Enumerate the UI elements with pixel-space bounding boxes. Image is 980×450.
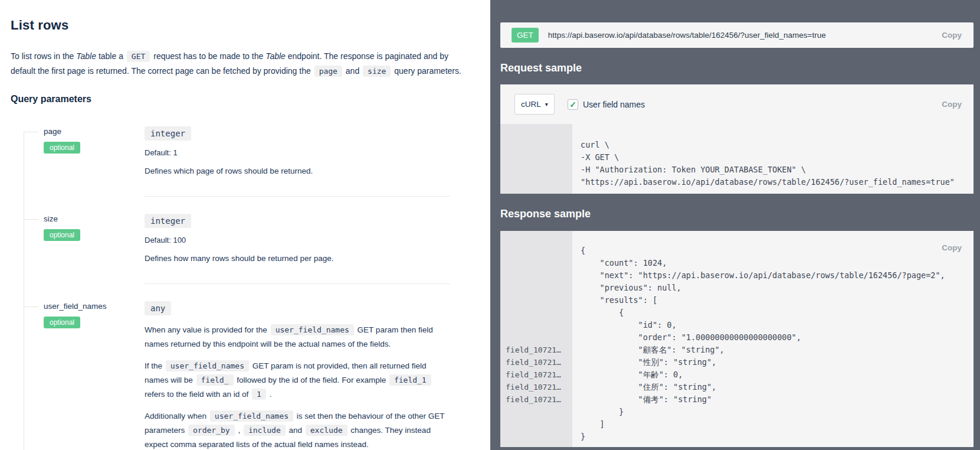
parameter-type-chip: integer: [145, 214, 191, 228]
param-description: Additionally when user_field_names is se…: [145, 409, 450, 450]
param-description: Defines which page of rows should be ret…: [145, 164, 450, 178]
inline-code: size: [363, 66, 391, 77]
response-sample-heading: Response sample: [500, 208, 974, 220]
params-list: page optional integer Default: 1Defines …: [11, 126, 470, 450]
parameter-name: size: [44, 214, 145, 224]
check-icon: ✓: [569, 100, 576, 109]
field-gutter-label: [500, 319, 572, 331]
inline-code: field_1: [389, 374, 431, 386]
param-description: When any value is provided for the user_…: [145, 323, 450, 351]
code-line: curl \: [500, 139, 974, 151]
url-copy-button[interactable]: Copy: [942, 31, 962, 40]
parameter-type-chip: any: [145, 301, 171, 315]
code-line: "顧客名": "string",: [572, 344, 974, 356]
inline-code: field_: [196, 374, 234, 386]
field-gutter-label: [500, 294, 572, 306]
code-line: }: [572, 431, 974, 443]
parameter-details: integer Default: 1Defines which page of …: [145, 126, 470, 186]
chevron-down-icon: ▾: [545, 101, 548, 107]
language-select[interactable]: cURL ▾: [514, 94, 555, 115]
request-copy-button[interactable]: Copy: [942, 100, 962, 109]
parameter-name: user_field_names: [44, 301, 145, 312]
code-sample-panel: GET https://api.baserow.io/api/database/…: [490, 0, 980, 450]
param-description: If the user_field_names GET param is not…: [145, 359, 450, 402]
code-line: "備考": "string": [572, 393, 974, 406]
user-field-names-checkbox[interactable]: ✓ User field names: [568, 99, 645, 110]
field-gutter-label: field_10721…: [500, 393, 572, 406]
documentation-panel: List rows To list rows in the Table tabl…: [0, 0, 490, 450]
code-line: "年齢": 0,: [572, 369, 974, 381]
inline-code: page: [314, 66, 342, 77]
parameter-divider: [145, 283, 450, 284]
request-sample-heading: Request sample: [500, 62, 974, 74]
field-gutter-label: [500, 431, 572, 443]
field-gutter-label: [500, 269, 572, 282]
checkbox-label: User field names: [583, 100, 645, 109]
page-title: List rows: [11, 18, 470, 33]
code-line: "count": 1024,: [572, 257, 974, 269]
parameter-body: When any value is provided for the user_…: [145, 323, 450, 450]
field-gutter-label: [500, 244, 572, 257]
parameter-row: user_field_names optional any When any v…: [11, 301, 470, 450]
inline-code: user_field_names: [271, 324, 354, 335]
code-line: "order": "1.00000000000000000000",: [572, 331, 974, 344]
query-parameters-heading: Query parameters: [11, 94, 470, 105]
code-line: "previous": null,: [572, 282, 974, 294]
parameter-row: size optional integer Default: 100Define…: [11, 214, 470, 273]
parameter-row: page optional integer Default: 1Defines …: [11, 126, 470, 186]
inline-code: include: [244, 425, 286, 436]
response-sample-panel: Copy { "count": 1024, "next": "https://a…: [500, 231, 974, 447]
field-gutter-label: [500, 282, 572, 294]
inline-code: order_by: [188, 425, 235, 436]
inline-code: GET: [127, 51, 150, 62]
code-line: "性別": "string",: [572, 356, 974, 369]
code-line: ]: [572, 418, 974, 431]
optional-badge: optional: [44, 142, 80, 154]
inline-code: exclude: [306, 425, 348, 436]
inline-code: 1: [252, 389, 266, 400]
endpoint-url-bar: GET https://api.baserow.io/api/database/…: [500, 22, 974, 48]
parameter-body: Default: 100Defines how many rows should…: [145, 236, 450, 266]
parameter-name: page: [44, 126, 145, 137]
parameter-details: integer Default: 100Defines how many row…: [145, 214, 470, 273]
optional-badge: optional: [44, 317, 80, 328]
checkbox-box: ✓: [568, 99, 578, 110]
field-gutter-label: [500, 406, 572, 418]
field-gutter-label: field_10721…: [500, 356, 572, 369]
code-line: -X GET \: [500, 151, 974, 164]
code-line: -H "Authorization: Token YOUR_DATABASE_T…: [500, 164, 974, 176]
request-toolbar: cURL ▾ ✓ User field names Copy: [500, 84, 974, 124]
code-line: "住所": "string",: [572, 381, 974, 393]
inline-code: user_field_names: [166, 360, 249, 371]
code-line: "next": "https://api.baserow.io/api/data…: [572, 269, 974, 282]
field-gutter-label: field_10721…: [500, 381, 572, 393]
optional-badge: optional: [44, 229, 80, 241]
field-gutter-label: [500, 257, 572, 269]
inline-code: user_field_names: [210, 410, 293, 422]
parameter-divider: [145, 196, 450, 197]
code-line: {: [572, 244, 974, 257]
http-method-badge: GET: [512, 28, 539, 43]
code-line: }: [572, 406, 974, 418]
endpoint-url: https://api.baserow.io/api/database/rows…: [548, 31, 826, 40]
parameter-meta: size optional: [11, 214, 145, 273]
request-code-lines: curl \-X GET \-H "Authorization: Token Y…: [500, 139, 974, 188]
request-sample-panel: cURL ▾ ✓ User field names Copy curl \-X …: [500, 84, 974, 194]
field-gutter-label: [500, 331, 572, 344]
parameter-meta: page optional: [11, 126, 145, 186]
intro-paragraph: To list rows in the Table table a GET re…: [11, 49, 465, 79]
field-gutter-label: field_10721…: [500, 344, 572, 356]
param-description: Defines how many rows should be returned…: [145, 252, 450, 266]
language-select-value: cURL: [521, 100, 541, 109]
code-line: {: [572, 306, 974, 319]
code-line: "id": 0,: [572, 319, 974, 331]
param-default: Default: 100: [145, 236, 450, 244]
parameter-type-chip: integer: [145, 126, 191, 141]
field-gutter-label: [500, 306, 572, 319]
parameter-details: any When any value is provided for the u…: [145, 301, 470, 450]
request-code-block: curl \-X GET \-H "Authorization: Token Y…: [500, 124, 974, 194]
param-default: Default: 1: [145, 148, 450, 157]
response-code-rows: { "count": 1024, "next": "https://api.ba…: [500, 231, 974, 447]
field-gutter-label: field_10721…: [500, 369, 572, 381]
parameter-body: Default: 1Defines which page of rows sho…: [145, 148, 450, 178]
